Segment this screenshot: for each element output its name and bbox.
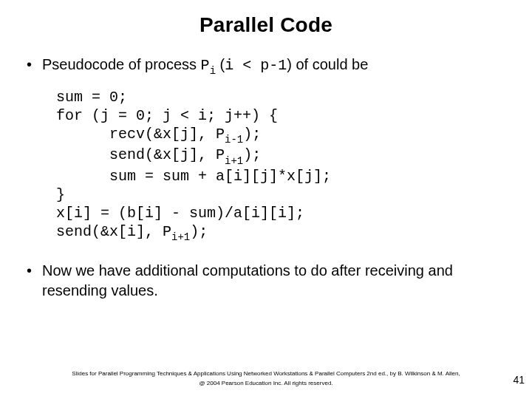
code-l4b: i+1: [225, 155, 243, 167]
intro-text: Pseudocode of process Pi (i < p-1) of co…: [42, 55, 368, 78]
code-l5: sum = sum + a[i][j]*x[j];: [56, 168, 331, 185]
intro-pre: Pseudocode of process: [42, 56, 201, 72]
footer-line2: @ 2004 Pearson Education Inc. All rights…: [22, 379, 510, 389]
intro-mid: (: [216, 56, 225, 72]
code-l4c: );: [243, 146, 261, 163]
code-l8a: send(&x[i], P: [56, 223, 171, 240]
code-l7: x[i] = (b[i] - sum)/a[i][i];: [56, 205, 304, 222]
code-block: sum = 0; for (j = 0; j < i; j++) { recv(…: [56, 88, 505, 244]
bullet-dot: •: [27, 55, 32, 75]
footer-line1: Slides for Parallel Programming Techniqu…: [22, 369, 510, 379]
code-l8b: i+1: [171, 231, 190, 243]
page-number: 41: [513, 374, 525, 386]
code-l2: for (j = 0; j < i; j++) {: [56, 107, 278, 124]
code-l3c: );: [243, 126, 261, 143]
code-l4a: send(&x[j], P: [56, 146, 225, 163]
intro-bullet: • Pseudocode of process Pi (i < p-1) of …: [27, 55, 505, 78]
intro-i: i: [210, 65, 216, 77]
code-l3b: i-1: [225, 134, 243, 146]
bullet2: • Now we have additional computations to…: [27, 261, 505, 301]
bullet2-text: Now we have additional computations to d…: [42, 261, 505, 301]
code-l6: }: [56, 186, 65, 203]
intro-post: ) of could be: [287, 56, 368, 72]
intro-cond: i < p-1: [225, 57, 287, 74]
slide: Parallel Code • Pseudocode of process Pi…: [0, 0, 532, 399]
code-l3a: recv(&x[j], P: [56, 126, 225, 143]
intro-p: P: [201, 57, 210, 74]
code-l8c: );: [190, 223, 208, 240]
code-l1: sum = 0;: [56, 89, 127, 106]
bullet-dot: •: [27, 261, 32, 281]
footer: Slides for Parallel Programming Techniqu…: [0, 369, 532, 389]
slide-title: Parallel Code: [27, 13, 505, 37]
